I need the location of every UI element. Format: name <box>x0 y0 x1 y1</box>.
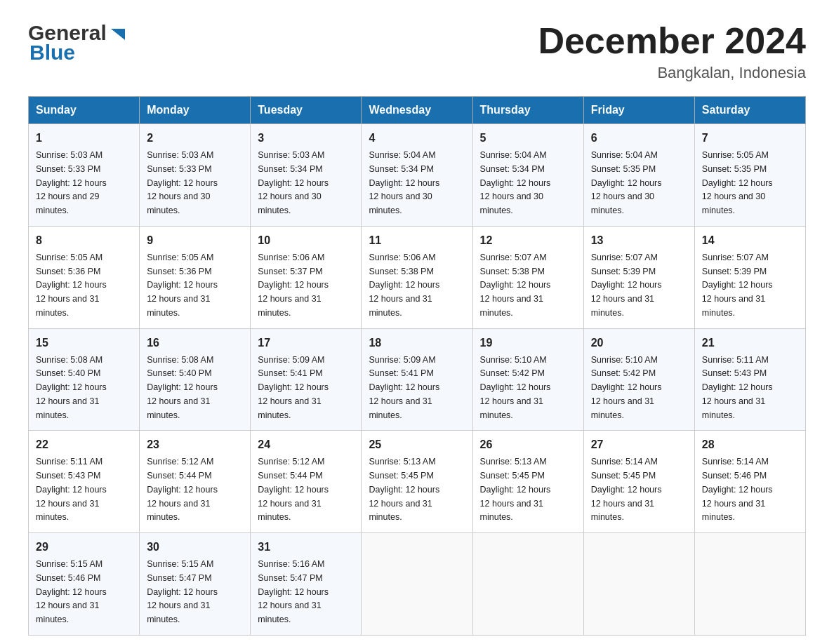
day-info: Sunrise: 5:12 AMSunset: 5:44 PMDaylight:… <box>258 457 329 522</box>
day-info: Sunrise: 5:07 AMSunset: 5:38 PMDaylight:… <box>480 253 551 318</box>
calendar-cell: 5 Sunrise: 5:04 AMSunset: 5:34 PMDayligh… <box>472 124 583 227</box>
day-number: 22 <box>36 436 132 453</box>
calendar-cell: 17 Sunrise: 5:09 AMSunset: 5:41 PMDaylig… <box>251 328 362 431</box>
day-number: 8 <box>36 232 132 249</box>
calendar-cell: 4 Sunrise: 5:04 AMSunset: 5:34 PMDayligh… <box>362 124 472 227</box>
day-number: 23 <box>147 436 243 453</box>
month-title: December 2024 <box>538 21 806 61</box>
calendar-cell: 26 Sunrise: 5:13 AMSunset: 5:45 PMDaylig… <box>472 431 583 533</box>
calendar-cell: 21 Sunrise: 5:11 AMSunset: 5:43 PMDaylig… <box>694 328 805 431</box>
column-header-saturday: Saturday <box>694 97 805 124</box>
location-label: Bangkalan, Indonesia <box>538 64 806 82</box>
day-info: Sunrise: 5:04 AMSunset: 5:34 PMDaylight:… <box>480 150 551 215</box>
calendar-cell: 18 Sunrise: 5:09 AMSunset: 5:41 PMDaylig… <box>362 328 472 431</box>
calendar-cell: 11 Sunrise: 5:06 AMSunset: 5:38 PMDaylig… <box>362 226 472 328</box>
day-info: Sunrise: 5:10 AMSunset: 5:42 PMDaylight:… <box>591 355 662 420</box>
day-number: 9 <box>147 232 243 249</box>
day-number: 14 <box>702 232 798 249</box>
day-number: 11 <box>369 232 465 249</box>
day-info: Sunrise: 5:15 AMSunset: 5:46 PMDaylight:… <box>36 559 107 624</box>
calendar-cell: 31 Sunrise: 5:16 AMSunset: 5:47 PMDaylig… <box>251 533 362 636</box>
calendar-week-row: 8 Sunrise: 5:05 AMSunset: 5:36 PMDayligh… <box>29 226 806 328</box>
calendar-cell: 16 Sunrise: 5:08 AMSunset: 5:40 PMDaylig… <box>140 328 251 431</box>
column-header-wednesday: Wednesday <box>362 97 472 124</box>
column-header-sunday: Sunday <box>29 97 140 124</box>
column-header-friday: Friday <box>583 97 694 124</box>
day-number: 30 <box>147 539 243 556</box>
day-number: 2 <box>147 130 243 147</box>
day-number: 31 <box>258 539 354 556</box>
day-number: 5 <box>480 130 576 147</box>
day-number: 12 <box>480 232 576 249</box>
day-info: Sunrise: 5:12 AMSunset: 5:44 PMDaylight:… <box>147 457 218 522</box>
calendar-cell: 22 Sunrise: 5:11 AMSunset: 5:43 PMDaylig… <box>29 431 140 533</box>
calendar-cell: 3 Sunrise: 5:03 AMSunset: 5:34 PMDayligh… <box>251 124 362 227</box>
calendar-week-row: 1 Sunrise: 5:03 AMSunset: 5:33 PMDayligh… <box>29 124 806 227</box>
calendar-cell: 6 Sunrise: 5:04 AMSunset: 5:35 PMDayligh… <box>583 124 694 227</box>
day-info: Sunrise: 5:04 AMSunset: 5:34 PMDaylight:… <box>369 150 439 215</box>
calendar-table: SundayMondayTuesdayWednesdayThursdayFrid… <box>28 96 806 636</box>
day-info: Sunrise: 5:07 AMSunset: 5:39 PMDaylight:… <box>591 253 662 318</box>
calendar-cell: 20 Sunrise: 5:10 AMSunset: 5:42 PMDaylig… <box>583 328 694 431</box>
calendar-cell: 15 Sunrise: 5:08 AMSunset: 5:40 PMDaylig… <box>29 328 140 431</box>
calendar-cell: 30 Sunrise: 5:15 AMSunset: 5:47 PMDaylig… <box>140 533 251 636</box>
calendar-cell <box>694 533 805 636</box>
day-info: Sunrise: 5:08 AMSunset: 5:40 PMDaylight:… <box>36 355 107 420</box>
calendar-cell: 10 Sunrise: 5:06 AMSunset: 5:37 PMDaylig… <box>251 226 362 328</box>
calendar-cell: 1 Sunrise: 5:03 AMSunset: 5:33 PMDayligh… <box>29 124 140 227</box>
svg-marker-0 <box>111 29 125 40</box>
day-number: 6 <box>591 130 687 147</box>
day-info: Sunrise: 5:05 AMSunset: 5:35 PMDaylight:… <box>702 150 773 215</box>
day-number: 4 <box>369 130 465 147</box>
calendar-cell <box>583 533 694 636</box>
logo-blue-text: Blue <box>28 41 75 65</box>
day-info: Sunrise: 5:09 AMSunset: 5:41 PMDaylight:… <box>258 355 329 420</box>
day-number: 28 <box>702 436 798 453</box>
day-info: Sunrise: 5:03 AMSunset: 5:33 PMDaylight:… <box>147 150 218 215</box>
calendar-cell: 14 Sunrise: 5:07 AMSunset: 5:39 PMDaylig… <box>694 226 805 328</box>
page-header: General Blue December 2024 Bangkalan, In… <box>28 21 806 82</box>
day-number: 29 <box>36 539 132 556</box>
day-number: 24 <box>258 436 354 453</box>
calendar-cell: 28 Sunrise: 5:14 AMSunset: 5:46 PMDaylig… <box>694 431 805 533</box>
calendar-cell: 29 Sunrise: 5:15 AMSunset: 5:46 PMDaylig… <box>29 533 140 636</box>
logo-triangle-icon <box>108 25 128 44</box>
day-info: Sunrise: 5:14 AMSunset: 5:45 PMDaylight:… <box>591 457 662 522</box>
day-number: 21 <box>702 335 798 351</box>
calendar-header-row: SundayMondayTuesdayWednesdayThursdayFrid… <box>29 97 806 124</box>
calendar-cell: 23 Sunrise: 5:12 AMSunset: 5:44 PMDaylig… <box>140 431 251 533</box>
day-number: 13 <box>591 232 687 249</box>
day-info: Sunrise: 5:16 AMSunset: 5:47 PMDaylight:… <box>258 559 329 624</box>
calendar-cell: 25 Sunrise: 5:13 AMSunset: 5:45 PMDaylig… <box>362 431 472 533</box>
day-info: Sunrise: 5:14 AMSunset: 5:46 PMDaylight:… <box>702 457 773 522</box>
day-info: Sunrise: 5:09 AMSunset: 5:41 PMDaylight:… <box>369 355 439 420</box>
logo: General Blue <box>28 21 128 65</box>
day-info: Sunrise: 5:07 AMSunset: 5:39 PMDaylight:… <box>702 253 773 318</box>
calendar-cell: 9 Sunrise: 5:05 AMSunset: 5:36 PMDayligh… <box>140 226 251 328</box>
column-header-tuesday: Tuesday <box>251 97 362 124</box>
day-number: 18 <box>369 335 465 351</box>
calendar-cell <box>472 533 583 636</box>
column-header-monday: Monday <box>140 97 251 124</box>
calendar-week-row: 15 Sunrise: 5:08 AMSunset: 5:40 PMDaylig… <box>29 328 806 431</box>
calendar-cell: 13 Sunrise: 5:07 AMSunset: 5:39 PMDaylig… <box>583 226 694 328</box>
calendar-cell: 24 Sunrise: 5:12 AMSunset: 5:44 PMDaylig… <box>251 431 362 533</box>
day-info: Sunrise: 5:15 AMSunset: 5:47 PMDaylight:… <box>147 559 218 624</box>
title-area: December 2024 Bangkalan, Indonesia <box>538 21 806 82</box>
day-info: Sunrise: 5:10 AMSunset: 5:42 PMDaylight:… <box>480 355 551 420</box>
day-info: Sunrise: 5:06 AMSunset: 5:37 PMDaylight:… <box>258 253 329 318</box>
calendar-cell: 8 Sunrise: 5:05 AMSunset: 5:36 PMDayligh… <box>29 226 140 328</box>
column-header-thursday: Thursday <box>472 97 583 124</box>
day-number: 17 <box>258 335 354 351</box>
day-info: Sunrise: 5:05 AMSunset: 5:36 PMDaylight:… <box>147 253 218 318</box>
day-number: 3 <box>258 130 354 147</box>
day-number: 10 <box>258 232 354 249</box>
day-number: 1 <box>36 130 132 147</box>
day-number: 16 <box>147 335 243 351</box>
day-number: 26 <box>480 436 576 453</box>
calendar-cell <box>362 533 472 636</box>
calendar-week-row: 22 Sunrise: 5:11 AMSunset: 5:43 PMDaylig… <box>29 431 806 533</box>
calendar-cell: 2 Sunrise: 5:03 AMSunset: 5:33 PMDayligh… <box>140 124 251 227</box>
day-number: 20 <box>591 335 687 351</box>
day-info: Sunrise: 5:03 AMSunset: 5:34 PMDaylight:… <box>258 150 329 215</box>
